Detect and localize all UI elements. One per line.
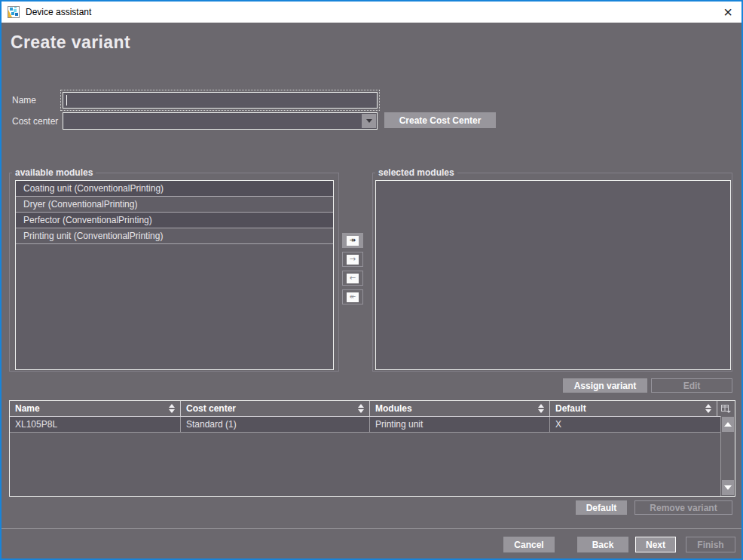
arrow-left-icon: ←: [347, 274, 359, 283]
move-left-button[interactable]: ←: [342, 271, 363, 286]
move-all-right-button[interactable]: ↠: [342, 233, 363, 248]
footer-divider: [2, 528, 741, 529]
list-item[interactable]: Printing unit (ConventionalPrinting): [16, 228, 333, 244]
page-title: Create variant: [11, 32, 130, 53]
list-item[interactable]: Dryer (ConventionalPrinting): [16, 197, 333, 213]
available-modules-group: available modules Coating unit (Conventi…: [9, 173, 339, 372]
move-right-button[interactable]: →: [342, 252, 363, 267]
available-modules-list[interactable]: Coating unit (ConventionalPrinting) Drye…: [15, 180, 334, 370]
close-icon[interactable]: ×: [723, 5, 732, 20]
scrollbar-down-button[interactable]: [722, 480, 734, 495]
cancel-button[interactable]: Cancel: [503, 537, 555, 552]
column-header-label: Default: [555, 403, 586, 414]
double-arrow-left-icon: ↞: [347, 292, 359, 302]
sort-icon[interactable]: [169, 404, 175, 413]
cell-name: XL105P8L: [10, 417, 181, 432]
sort-icon[interactable]: [358, 404, 364, 413]
dialog-content: Create variant Name Cost center Create C…: [2, 23, 741, 558]
column-header-label: Modules: [375, 403, 412, 414]
column-chooser-button[interactable]: [717, 401, 735, 416]
edit-button[interactable]: Edit: [651, 378, 732, 393]
column-header-cost-center[interactable]: Cost center: [181, 401, 370, 416]
chevron-down-icon: [366, 119, 372, 123]
sort-icon[interactable]: [538, 404, 544, 413]
name-input[interactable]: [63, 92, 378, 109]
default-button[interactable]: Default: [576, 500, 627, 515]
list-item[interactable]: Perfector (ConventionalPrinting): [16, 213, 333, 228]
finish-button[interactable]: Finish: [686, 537, 735, 552]
table-row[interactable]: XL105P8L Standard (1) Printing unit X: [10, 417, 735, 433]
cell-modules: Printing unit: [370, 417, 550, 432]
available-modules-label: available modules: [12, 167, 96, 178]
name-label: Name: [12, 95, 36, 106]
cell-cost-center: Standard (1): [181, 417, 370, 432]
window-title: Device assistant: [26, 7, 91, 17]
back-button[interactable]: Back: [577, 537, 628, 552]
text-caret: [66, 95, 67, 106]
selected-modules-list[interactable]: [375, 180, 731, 370]
app-icon: [8, 6, 20, 18]
column-header-label: Name: [15, 403, 40, 414]
selected-modules-label: selected modules: [375, 167, 457, 178]
next-button[interactable]: Next: [635, 537, 676, 552]
table-header-row: Name Cost center Modules Default: [10, 401, 735, 417]
selected-modules-group: selected modules: [372, 173, 732, 372]
column-header-label: Cost center: [186, 403, 236, 414]
column-header-name[interactable]: Name: [10, 401, 181, 416]
list-item[interactable]: Coating unit (ConventionalPrinting): [16, 181, 333, 197]
cost-center-label: Cost center: [12, 116, 58, 127]
sort-icon[interactable]: [705, 404, 711, 413]
device-assistant-dialog: Device assistant × Create variant Name C…: [0, 0, 743, 560]
column-header-default[interactable]: Default: [550, 401, 717, 416]
triangle-down-icon: [724, 485, 732, 490]
column-header-modules[interactable]: Modules: [370, 401, 550, 416]
triangle-up-icon: [724, 422, 732, 427]
remove-variant-button[interactable]: Remove variant: [634, 500, 732, 515]
move-all-left-button[interactable]: ↞: [342, 289, 363, 304]
variants-table: Name Cost center Modules Default: [9, 400, 735, 497]
title-bar: Device assistant ×: [2, 2, 741, 23]
column-chooser-icon: [721, 405, 731, 413]
scrollbar-up-button[interactable]: [722, 417, 734, 432]
vertical-scrollbar[interactable]: [720, 416, 735, 496]
cell-default: X: [550, 417, 735, 432]
assign-variant-button[interactable]: Assign variant: [563, 378, 647, 393]
create-cost-center-button[interactable]: Create Cost Center: [384, 112, 496, 128]
arrow-right-icon: →: [347, 255, 359, 265]
double-arrow-right-icon: ↠: [347, 236, 359, 246]
combo-dropdown-button[interactable]: [362, 114, 376, 128]
cost-center-select[interactable]: [63, 112, 378, 130]
